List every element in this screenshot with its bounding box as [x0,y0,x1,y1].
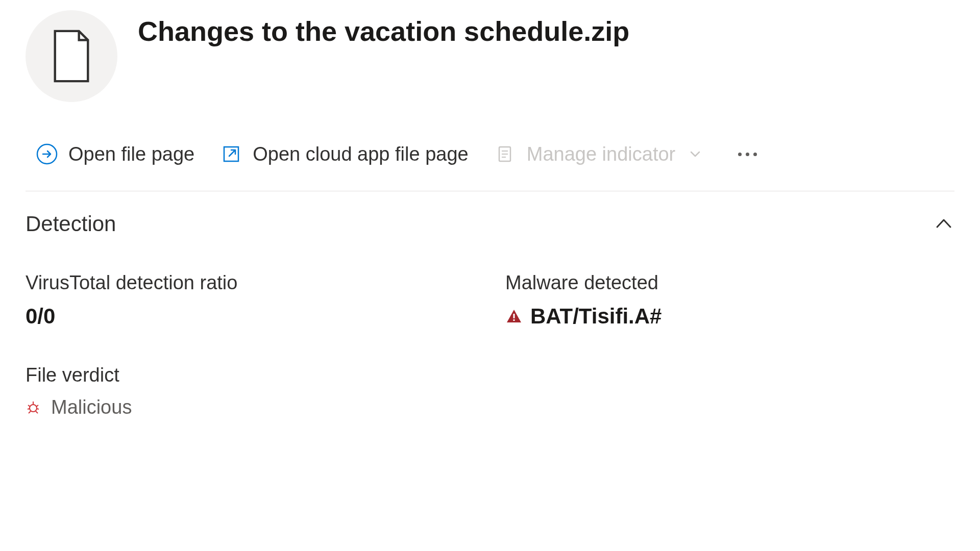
virus-total-label: VirusTotal detection ratio [26,272,475,294]
file-header: Changes to the vacation schedule.zip [26,10,954,102]
arrow-right-circle-icon [36,143,58,165]
file-verdict-text: Malicious [51,396,132,418]
file-icon-container [26,10,117,102]
virus-total-value: 0/0 [26,304,475,329]
svg-line-10 [28,405,30,407]
file-icon [48,28,94,84]
open-file-page-button[interactable]: Open file page [36,143,194,165]
open-cloud-app-button[interactable]: Open cloud app file page [220,143,469,165]
more-options-button[interactable] [738,153,757,156]
malware-detected-value: BAT/Tisifi.A# [505,304,954,329]
bug-icon [26,400,41,415]
detection-grid: VirusTotal detection ratio 0/0 Malware d… [26,272,954,329]
manage-indicator-label: Manage indicator [527,143,676,165]
file-verdict-item: File verdict Malicious [26,364,954,418]
svg-line-13 [37,409,39,409]
svg-line-11 [36,405,38,407]
svg-line-15 [36,411,38,413]
malware-detected-label: Malware detected [505,272,954,294]
svg-point-8 [30,405,37,412]
file-title: Changes to the vacation schedule.zip [138,15,629,47]
edit-icon [494,143,517,165]
svg-line-14 [29,411,31,413]
open-cloud-app-label: Open cloud app file page [253,143,469,165]
detection-section-title: Detection [26,212,116,236]
svg-line-12 [28,409,30,409]
malware-name: BAT/Tisifi.A# [530,304,662,329]
svg-rect-7 [513,319,515,321]
virus-total-item: VirusTotal detection ratio 0/0 [26,272,475,329]
svg-rect-6 [513,314,515,318]
file-verdict-value: Malicious [26,396,954,418]
chevron-down-icon [688,147,702,161]
open-file-page-label: Open file page [68,143,194,165]
toolbar: Open file page Open cloud app file page … [26,143,954,165]
chevron-up-icon [933,213,954,235]
section-divider [26,191,954,191]
warning-triangle-icon [505,308,523,325]
manage-indicator-button[interactable]: Manage indicator [494,143,703,165]
file-verdict-label: File verdict [26,364,954,386]
open-external-icon [220,143,242,165]
malware-detected-item: Malware detected BAT/Tisifi.A# [505,272,954,329]
detection-section-header[interactable]: Detection [26,212,954,236]
